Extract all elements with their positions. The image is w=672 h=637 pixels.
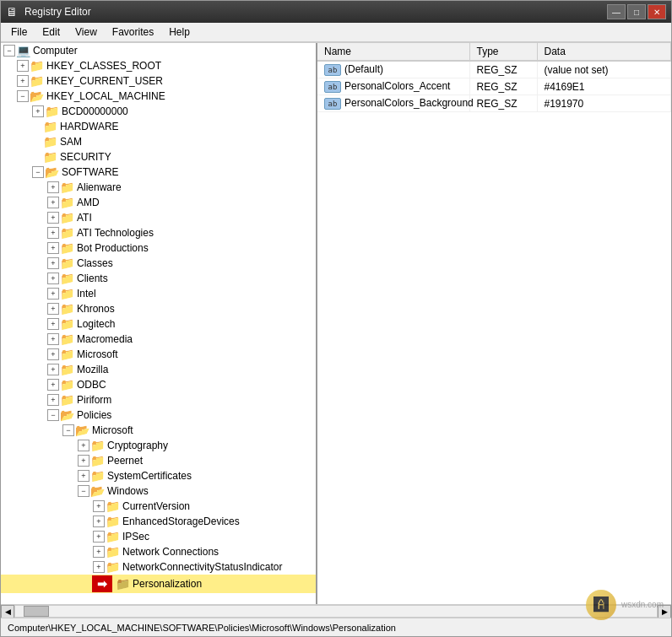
expander-policies[interactable]: − — [47, 409, 59, 421]
tree-item-hkcu[interactable]: + 📁 HKEY_CURRENT_USER — [1, 73, 316, 89]
tree-item-intel[interactable]: + 📁 Intel — [1, 286, 316, 301]
expander-bcd[interactable]: + — [32, 105, 44, 117]
tree-item-windows[interactable]: − 📂 Windows — [1, 483, 316, 499]
tree-item-cryptography[interactable]: + 📁 Cryptography — [1, 438, 316, 453]
tree-item-alienware[interactable]: + 📁 Alienware — [1, 180, 316, 195]
table-row[interactable]: abPersonalColors_BackgroundREG_SZ#191970 — [317, 95, 671, 112]
expander-odbc[interactable]: + — [47, 379, 59, 391]
expander-hklm[interactable]: − — [17, 90, 29, 102]
tree-label-bcd: BCD00000000 — [62, 105, 128, 117]
tree-item-hklm[interactable]: − 📂 HKEY_LOCAL_MACHINE — [1, 89, 316, 104]
tree-item-amd[interactable]: + 📁 AMD — [1, 195, 316, 210]
expander-hkcr[interactable]: + — [17, 60, 29, 72]
col-header-name[interactable]: Name — [317, 43, 469, 61]
scroll-track[interactable] — [14, 605, 658, 618]
table-row[interactable]: abPersonalColors_AccentREG_SZ#4169E1 — [317, 78, 671, 95]
tree-item-hkcr[interactable]: + 📁 HKEY_CLASSES_ROOT — [1, 58, 316, 73]
expander-pol-microsoft[interactable]: − — [62, 424, 74, 436]
tree-item-enhancedstorage[interactable]: + 📁 EnhancedStorageDevices — [1, 514, 316, 529]
expander-computer[interactable]: − — [3, 45, 15, 57]
col-header-type[interactable]: Type — [469, 43, 537, 61]
expander-enhancedstorage[interactable]: + — [93, 516, 105, 527]
expander-clients[interactable]: + — [47, 273, 59, 284]
tree-item-policies[interactable]: − 📂 Policies — [1, 408, 316, 423]
horizontal-scrollbar[interactable]: ◀ ▶ — [1, 604, 671, 618]
tree-label-systemcerts: SystemCertificates — [107, 470, 192, 482]
table-row[interactable]: ab(Default)REG_SZ(value not set) — [317, 61, 671, 78]
tree-label-ati: ATI — [77, 212, 92, 224]
minimize-button[interactable]: — — [607, 4, 626, 19]
tree-item-currentversion[interactable]: + 📁 CurrentVersion — [1, 499, 316, 514]
tree-item-mozilla[interactable]: + 📁 Mozilla — [1, 362, 316, 377]
folder-hardware-icon: 📁 — [43, 120, 57, 133]
tree-item-software[interactable]: − 📂 SOFTWARE — [1, 165, 316, 180]
tree-label-currentversion: CurrentVersion — [122, 500, 190, 512]
tree-label-khronos: Khronos — [77, 303, 115, 315]
expander-microsoft[interactable]: + — [47, 348, 59, 360]
tree-item-netconnstatus[interactable]: + 📁 NetworkConnectivityStatusIndicator — [1, 559, 316, 575]
tree-item-bcd[interactable]: + 📁 BCD00000000 — [1, 104, 316, 119]
tree-item-piriform[interactable]: + 📁 Piriform — [1, 392, 316, 408]
menu-view[interactable]: View — [68, 24, 104, 40]
table-cell-type: REG_SZ — [469, 78, 537, 95]
tree-item-sam[interactable]: 📁 SAM — [1, 134, 316, 149]
close-button[interactable]: ✕ — [648, 4, 666, 19]
expander-hkcu[interactable]: + — [17, 75, 29, 87]
tree-label-hardware: HARDWARE — [60, 121, 119, 132]
expander-currentversion[interactable]: + — [93, 500, 105, 512]
tree-item-systemcerts[interactable]: + 📁 SystemCertificates — [1, 468, 316, 483]
expander-intel[interactable]: + — [47, 288, 59, 300]
tree-item-security[interactable]: 📁 SECURITY — [1, 149, 316, 165]
expander-alienware[interactable]: + — [47, 181, 59, 193]
expander-amd[interactable]: + — [47, 197, 59, 208]
tree-item-computer[interactable]: − 💻 Computer — [1, 43, 316, 58]
expander-peernet[interactable]: + — [78, 455, 89, 467]
expander-ati[interactable]: + — [47, 212, 59, 224]
menu-file[interactable]: File — [4, 24, 34, 40]
tree-panel[interactable]: − 💻 Computer + 📁 HKEY_CLASSES_ROOT + 📁 H… — [1, 43, 317, 604]
right-panel[interactable]: Name Type Data ab(Default)REG_SZ(value n… — [317, 43, 671, 604]
value-type-icon: ab — [324, 81, 341, 93]
expander-macromedia[interactable]: + — [47, 333, 59, 345]
tree-item-microsoft[interactable]: + 📁 Microsoft — [1, 347, 316, 362]
tree-item-khronos[interactable]: + 📁 Khronos — [1, 301, 316, 316]
menu-edit[interactable]: Edit — [35, 24, 67, 40]
tree-item-macromedia[interactable]: + 📁 Macromedia — [1, 332, 316, 347]
tree-item-hardware[interactable]: 📁 HARDWARE — [1, 119, 316, 134]
expander-piriform[interactable]: + — [47, 394, 59, 406]
expander-mozilla[interactable]: + — [47, 364, 59, 375]
menu-favorites[interactable]: Favorites — [106, 24, 160, 40]
tree-item-atitech[interactable]: + 📁 ATI Technologies — [1, 225, 316, 240]
tree-item-pol-microsoft[interactable]: − 📂 Microsoft — [1, 423, 316, 438]
tree-item-netconn[interactable]: + 📁 Network Connections — [1, 544, 316, 559]
tree-item-personalization[interactable]: ➡ 📁 Personalization — [1, 575, 316, 593]
tree-item-ati[interactable]: + 📁 ATI — [1, 210, 316, 225]
tree-item-logitech[interactable]: + 📁 Logitech — [1, 316, 316, 332]
menu-help[interactable]: Help — [162, 24, 197, 40]
expander-khronos[interactable]: + — [47, 303, 59, 315]
scroll-left-button[interactable]: ◀ — [1, 605, 14, 618]
expander-cryptography[interactable]: + — [78, 440, 89, 451]
value-type-icon: ab — [324, 98, 341, 110]
col-header-data[interactable]: Data — [537, 43, 671, 61]
tree-item-odbc[interactable]: + 📁 ODBC — [1, 377, 316, 392]
expander-netconnstatus[interactable]: + — [93, 561, 105, 573]
scroll-thumb[interactable] — [24, 606, 49, 617]
expander-software[interactable]: − — [32, 166, 44, 178]
tree-label-amd: AMD — [77, 197, 100, 208]
expander-atitech[interactable]: + — [47, 227, 59, 239]
tree-item-peernet[interactable]: + 📁 Peernet — [1, 453, 316, 468]
expander-logitech[interactable]: + — [47, 318, 59, 330]
expander-windows[interactable]: − — [78, 485, 89, 497]
expander-ipsec[interactable]: + — [93, 531, 105, 543]
tree-item-botprod[interactable]: + 📁 Bot Productions — [1, 240, 316, 256]
expander-systemcerts[interactable]: + — [78, 470, 89, 482]
expander-botprod[interactable]: + — [47, 242, 59, 254]
tree-label-macromedia: Macromedia — [77, 333, 133, 345]
tree-item-classes[interactable]: + 📁 Classes — [1, 256, 316, 271]
maximize-button[interactable]: □ — [627, 4, 646, 19]
expander-classes[interactable]: + — [47, 257, 59, 269]
tree-item-clients[interactable]: + 📁 Clients — [1, 271, 316, 286]
expander-netconn[interactable]: + — [93, 546, 105, 558]
tree-item-ipsec[interactable]: + 📁 IPSec — [1, 529, 316, 544]
